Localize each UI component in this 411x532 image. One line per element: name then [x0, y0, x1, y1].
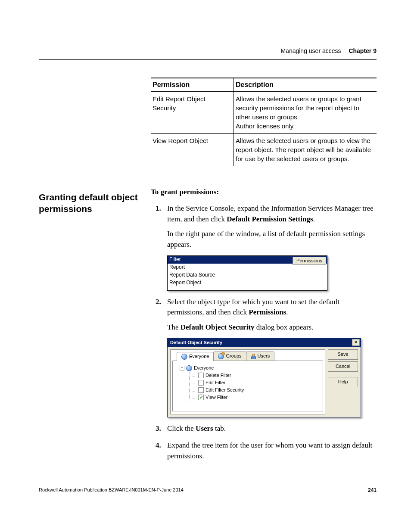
page: Managing user access Chapter 9 Permissio… — [0, 0, 411, 532]
step-bold: Default Permission Settings — [227, 215, 313, 223]
tree-connector-icon: … — [191, 380, 196, 386]
tree-root[interactable]: − Everyone — [180, 364, 319, 372]
running-header: Managing user access Chapter 9 — [280, 47, 377, 54]
desc-cell: Allows the selected users or groups to g… — [234, 92, 377, 134]
checkbox-checked[interactable]: ✔ — [198, 395, 204, 400]
permissions-button[interactable]: Permissions — [293, 257, 326, 265]
step-follow: In the right pane of the window, a list … — [167, 229, 377, 250]
table-row: Edit Report Object Security Allows the s… — [151, 92, 377, 134]
tab-bar: Everyone Groups Users — [171, 350, 325, 361]
tree-item-label: Edit Filter Security — [206, 387, 244, 394]
chapter-label: Chapter 9 — [349, 47, 377, 54]
dialog-button-column: Save Cancel Help — [328, 349, 358, 414]
steps-list: In the Service Console, expand the Infor… — [151, 203, 377, 461]
dialog-main-panel: Everyone Groups Users — [170, 349, 325, 414]
globe-icon — [186, 365, 192, 371]
checkbox[interactable] — [198, 387, 204, 393]
cancel-button[interactable]: Cancel — [328, 361, 358, 372]
close-icon[interactable]: × — [352, 339, 360, 346]
list-item-report-object[interactable]: Report Object — [168, 279, 327, 287]
tree-connector-icon: … — [191, 395, 196, 401]
page-number: 241 — [368, 487, 377, 493]
tree-item-label: Delete Filter — [206, 372, 231, 379]
tab-groups[interactable]: Groups — [213, 352, 246, 361]
groups-icon — [218, 353, 224, 359]
checkbox[interactable] — [198, 380, 204, 386]
tree-item-edit-filter[interactable]: … Edit Filter — [191, 379, 319, 386]
tab-label: Everyone — [189, 353, 209, 360]
text-bold: Default Object Security — [181, 323, 255, 331]
tab-everyone[interactable]: Everyone — [177, 352, 214, 361]
permissions-table: Permission Description Edit Report Objec… — [151, 78, 377, 166]
perm-cell: View Report Object — [151, 134, 234, 166]
table-row: View Report Object Allows the selected u… — [151, 134, 377, 166]
step-text: Expand the tree item for the user for wh… — [167, 441, 372, 460]
section-title: Managing user access — [280, 47, 341, 54]
tab-users[interactable]: Users — [246, 352, 275, 361]
desc-cell: Allows the selected users or groups to v… — [234, 134, 377, 166]
dialog-titlebar: Default Object Security × — [168, 338, 361, 347]
default-object-security-dialog: Default Object Security × Everyone — [167, 338, 361, 417]
tab-label: Users — [258, 353, 270, 360]
save-button[interactable]: Save — [328, 349, 358, 360]
tab-panel: − Everyone … Dele — [172, 361, 323, 411]
step-1: In the Service Console, expand the Infor… — [163, 203, 377, 291]
tree-children: … Delete Filter … Edit Filter — [189, 372, 319, 401]
user-icon — [251, 354, 256, 359]
step-text-end: . — [313, 215, 315, 223]
step-text-end: tab. — [213, 424, 226, 432]
text: The — [167, 323, 181, 331]
help-button[interactable]: Help — [328, 377, 358, 387]
procedure-title: To grant permissions: — [151, 188, 377, 196]
section-heading: Granting default object permissions — [39, 191, 146, 215]
collapse-icon[interactable]: − — [180, 366, 184, 370]
step-bold: Permissions — [249, 308, 286, 316]
perm-cell: Edit Report Object Security — [151, 92, 234, 134]
checkbox[interactable] — [198, 373, 204, 378]
default-permission-list: Filter Report Report Data Source Report … — [167, 255, 327, 291]
tree-item-label: View Filter — [206, 394, 227, 401]
content: Permission Description Edit Report Objec… — [39, 78, 377, 467]
left-column: Granting default object permissions — [39, 184, 151, 215]
permissions-table-wrap: Permission Description Edit Report Objec… — [151, 78, 377, 166]
dialog-title: Default Object Security — [170, 339, 222, 346]
tree-item-delete-filter[interactable]: … Delete Filter — [191, 372, 319, 379]
tree-connector-icon: … — [191, 387, 196, 394]
tree-connector-icon: … — [191, 373, 196, 379]
step-text: Click the — [167, 424, 196, 432]
globe-icon — [181, 354, 187, 360]
list-item-report-data-source[interactable]: Report Data Source — [168, 271, 327, 279]
tree-item-view-filter[interactable]: … ✔ View Filter — [191, 394, 319, 401]
table-header-permission: Permission — [151, 78, 234, 92]
tree-root-label: Everyone — [194, 365, 214, 372]
two-col-section: Granting default object permissions To g… — [39, 184, 377, 467]
step-3: Click the Users tab. — [163, 423, 377, 434]
step-text-end: . — [286, 308, 288, 316]
header-rule — [39, 59, 377, 60]
step-follow: The Default Object Security dialog box a… — [167, 322, 377, 333]
tree-item-label: Edit Filter — [206, 380, 225, 386]
table-header-description: Description — [234, 78, 377, 92]
tree-item-edit-filter-security[interactable]: … Edit Filter Security — [191, 386, 319, 394]
step-4: Expand the tree item for the user for wh… — [163, 440, 377, 461]
text: dialog box appears. — [255, 323, 314, 331]
dialog-body: Everyone Groups Users — [168, 347, 361, 417]
tab-label: Groups — [226, 353, 241, 360]
step-2: Select the object type for which you wan… — [163, 297, 377, 418]
page-footer: Rockwell Automation Publication BZWARE-I… — [39, 487, 377, 493]
step-bold: Users — [196, 424, 213, 432]
publication-info: Rockwell Automation Publication BZWARE-I… — [39, 487, 184, 493]
right-column: To grant permissions: In the Service Con… — [151, 184, 377, 467]
